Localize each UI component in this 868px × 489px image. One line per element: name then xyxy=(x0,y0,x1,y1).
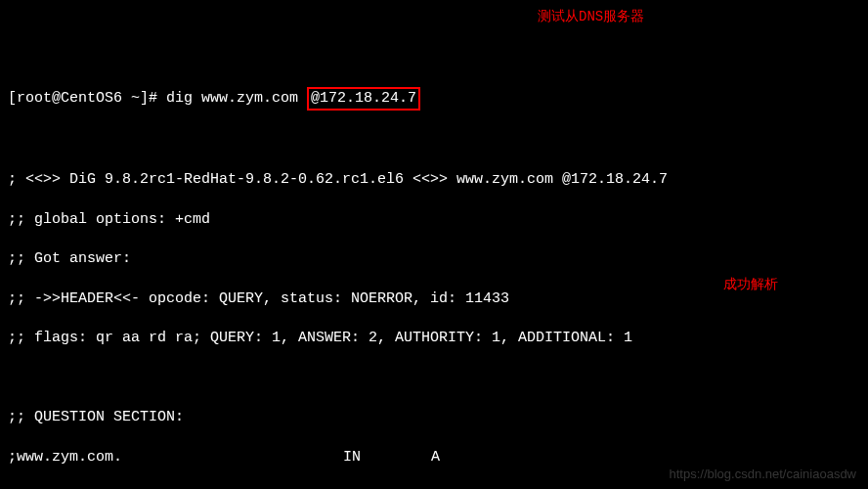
dig-version-line: ; <<>> DiG 9.8.2rc1-RedHat-9.8.2-0.62.rc… xyxy=(8,170,860,190)
prompt-prefix: [root@CentOS6 ~]# xyxy=(8,90,157,107)
got-answer-line: ;; Got answer: xyxy=(8,249,860,269)
command-prompt-line: [root@CentOS6 ~]# dig www.zym.com @172.1… xyxy=(8,87,860,111)
annotation-success: 成功解析 xyxy=(723,276,778,294)
annotation-test-slave: 测试从DNS服务器 xyxy=(538,8,644,26)
dig-command: dig www.zym.com xyxy=(166,90,298,107)
question-class: IN xyxy=(343,448,431,467)
question-row: ;www.zym.com.INA xyxy=(8,448,860,467)
watermark-text: https://blog.csdn.net/cainiaoasdw xyxy=(669,466,856,483)
flags-line: ;; flags: qr aa rd ra; QUERY: 1, ANSWER:… xyxy=(8,329,860,348)
question-type: A xyxy=(431,448,440,467)
dns-server-arg: @172.18.24.7 xyxy=(307,87,420,111)
global-options-line: ;; global options: +cmd xyxy=(8,210,860,230)
question-name: ;www.zym.com. xyxy=(8,448,343,467)
question-section-title: ;; QUESTION SECTION: xyxy=(8,408,860,427)
